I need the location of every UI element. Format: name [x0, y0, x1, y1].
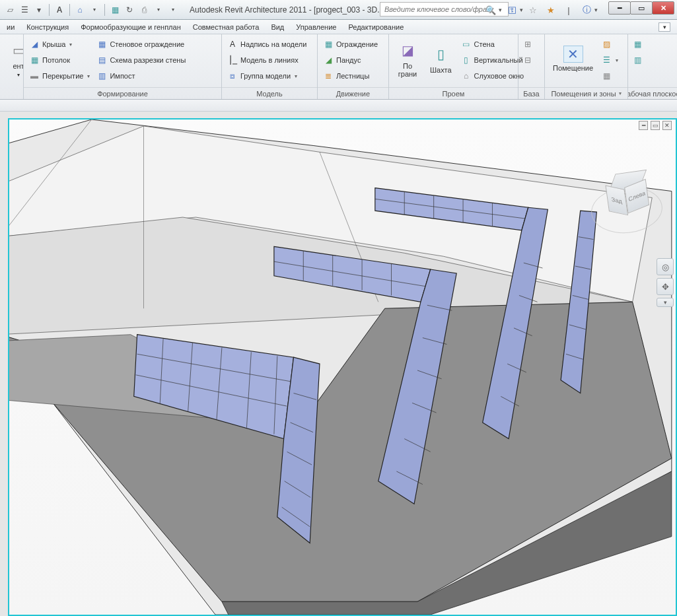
ribbon-expand-icon[interactable]: ▾: [659, 22, 670, 32]
room-icon: ✕: [563, 46, 583, 63]
stairs-button[interactable]: ≣Лестницы: [322, 69, 379, 83]
ribbon: ▭ ент ▾ x ◢Крыша▾ ▦Потолок ▬Перекрытие▾ …: [0, 34, 677, 100]
roof-label: Крыша: [42, 40, 65, 48]
wall-opening-button[interactable]: ▭Стена: [460, 37, 526, 51]
panel-workplane: ▦ ▥ Рабочая плоскост: [628, 34, 677, 99]
curtain-wall-button[interactable]: ▦Стеновое ограждение: [95, 37, 187, 51]
search-icon[interactable]: 🔍: [483, 2, 499, 18]
component-button[interactable]: ▭ ент ▾: [4, 37, 23, 81]
dormer-button[interactable]: ⌂Слуховое окно: [460, 69, 526, 83]
nav-expand-button[interactable]: ▾: [657, 298, 674, 307]
tab-view[interactable]: Вид: [271, 23, 284, 31]
byface-button[interactable]: ◪ По грани: [393, 37, 422, 81]
ribbon-tabs: ии Конструкция Формообразующие и генплан…: [0, 20, 677, 34]
model-line-icon: ⎮⎯: [227, 55, 238, 65]
roof-button[interactable]: ◢Крыша▾: [28, 37, 91, 51]
room-tag-icon: ☰: [601, 55, 612, 65]
ceiling-icon: ▦: [29, 55, 40, 65]
dropdown-icon[interactable]: ▾: [153, 4, 164, 16]
viewcube-left-label: Слева: [628, 189, 646, 203]
model-group-label: Группа модели: [240, 72, 291, 80]
qat-sync-icon[interactable]: ↻: [124, 4, 135, 16]
qat-print-icon[interactable]: ⎙: [138, 4, 150, 16]
mullion-icon: ▥: [96, 71, 107, 81]
ramp-button[interactable]: ◢Пандус: [322, 53, 379, 67]
3d-view[interactable]: ━ ▭ ✕: [8, 118, 677, 616]
dropdown-icon[interactable]: ▾: [499, 7, 502, 13]
dropdown-icon[interactable]: ▾: [520, 7, 523, 13]
qat-more-icon[interactable]: ▾: [167, 4, 179, 16]
help-icon[interactable]: ⓘ: [579, 2, 594, 18]
panel-room-title[interactable]: Помещения и зоны: [545, 87, 627, 99]
qat-open-icon[interactable]: ☰: [18, 4, 30, 16]
vertical-button[interactable]: ▯Вертикальный: [460, 53, 526, 67]
panel-base-title: База: [518, 87, 544, 99]
dropdown-icon[interactable]: ▾: [89, 4, 100, 16]
area-button[interactable]: ▦: [601, 69, 618, 83]
tab-collaborate[interactable]: Совместная работа: [193, 23, 260, 31]
shaft-button[interactable]: ▯ Шахта: [426, 37, 456, 81]
minimize-button[interactable]: ━: [608, 1, 631, 15]
mullion-button[interactable]: ▥Импост: [95, 69, 187, 83]
ramp-icon: ◢: [323, 55, 334, 65]
panel-form-title: Формирование: [24, 87, 221, 99]
base1-button[interactable]: ⊞: [522, 37, 533, 51]
viewcube[interactable]: Зад Слева: [591, 166, 664, 238]
dropdown-icon: ▾: [295, 73, 297, 79]
floor-button[interactable]: ▬Перекрытие▾: [28, 69, 91, 83]
panel-workplane-title: Рабочая плоскост: [628, 87, 677, 99]
divider-icon: |: [561, 2, 577, 18]
curtain-wall-label: Стеновое ограждение: [110, 40, 184, 48]
nav-wheel-button[interactable]: ◎: [657, 258, 674, 275]
title-bar: ▱ ☰ ▾ A ⌂▾ ▦ ↻ ⎙▾ ▾ Autodesk Revit Archi…: [0, 0, 677, 20]
wp-set-button[interactable]: ▦: [632, 37, 643, 51]
qat-props-icon[interactable]: ▦: [109, 4, 121, 16]
room-sep-button[interactable]: ▨: [601, 37, 618, 51]
tab-modify[interactable]: Редактирование: [348, 23, 404, 31]
ceiling-button[interactable]: ▦Потолок: [28, 53, 91, 67]
dropdown-icon[interactable]: ▾: [594, 7, 598, 13]
qat-text-icon[interactable]: A: [53, 4, 65, 16]
floor-icon: ▬: [29, 71, 40, 81]
wall-opening-label: Стена: [474, 40, 495, 48]
model-line-button[interactable]: ⎮⎯Модель в линиях: [226, 53, 308, 67]
railing-button[interactable]: ▦Ограждение: [322, 37, 379, 51]
component-label: ент: [13, 62, 23, 70]
qat-new-icon[interactable]: ▱: [4, 4, 16, 16]
tab-structure[interactable]: Конструкция: [26, 23, 69, 31]
comm-icon[interactable]: ☆: [525, 2, 541, 18]
room-tag-button[interactable]: ☰▾: [601, 53, 618, 67]
qat-divider: [69, 4, 70, 16]
nav-pan-button[interactable]: ✥: [657, 278, 674, 295]
curtain-wall-icon: ▦: [96, 39, 107, 50]
tab-partial[interactable]: ии: [7, 23, 15, 31]
viewcube-back-label: Зад: [611, 196, 623, 205]
maximize-button[interactable]: ▭: [630, 1, 653, 15]
qat-3dview-icon[interactable]: ⌂: [74, 4, 86, 16]
model-group-button[interactable]: ⧈Группа модели▾: [226, 69, 308, 83]
wp-show-button[interactable]: ▥: [632, 53, 643, 67]
quick-access-toolbar: ▱ ☰ ▾ A ⌂▾ ▦ ↻ ⎙▾ ▾: [0, 4, 183, 16]
panel-opening-title: Проем: [389, 87, 518, 99]
blank-row: [0, 100, 677, 112]
qat-dropdown-icon[interactable]: ▾: [33, 4, 45, 16]
3d-model-canvas[interactable]: [9, 120, 676, 615]
tab-manage[interactable]: Управление: [296, 23, 336, 31]
panel-room: ✕ Помещение ▨ ☰▾ ▦ Помещения и зоны: [545, 34, 628, 99]
panel-model-title: Модель: [222, 87, 317, 99]
favorite-icon[interactable]: ★: [543, 2, 559, 18]
shaft-icon: ▯: [430, 44, 451, 65]
model-group-icon: ⧈: [227, 71, 238, 81]
floor-label: Перекрытие: [42, 72, 83, 80]
viewport-container: ━ ▭ ✕: [0, 112, 677, 616]
close-button[interactable]: ✕: [652, 1, 674, 15]
tab-massing[interactable]: Формообразующие и генплан: [81, 23, 181, 31]
base2-button[interactable]: ⊟: [522, 53, 533, 67]
subscription-icon[interactable]: ⚿: [504, 2, 520, 18]
model-text-button[interactable]: AНадпись на модели: [226, 37, 308, 51]
room-button[interactable]: ✕ Помещение: [549, 37, 597, 81]
window-title: Autodesk Revit Architecture 2011 - [prog…: [190, 5, 384, 15]
curtain-grid-button[interactable]: ▤Схема разрезки стены: [95, 53, 187, 67]
area-icon: ▦: [601, 71, 612, 81]
qat-divider: [104, 4, 105, 16]
